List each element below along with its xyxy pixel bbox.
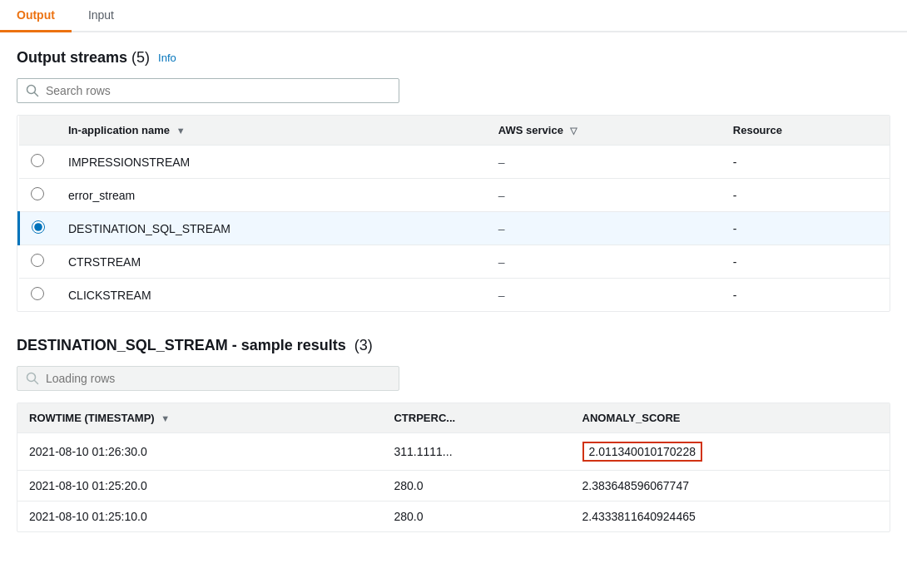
radio-cell[interactable] bbox=[19, 279, 57, 312]
aws-service-cell: – bbox=[487, 279, 721, 312]
tab-output[interactable]: Output bbox=[0, 0, 72, 32]
stream-name-cell: error_stream bbox=[57, 179, 487, 212]
radio-cell[interactable] bbox=[19, 245, 57, 279]
col-label: In-application name bbox=[68, 124, 170, 136]
stream-name-cell: CTRSTREAM bbox=[57, 245, 487, 279]
resource-cell: - bbox=[721, 279, 890, 312]
main-content: Output streams (5) Info In-application n… bbox=[0, 32, 907, 549]
resource-cell: - bbox=[721, 212, 890, 245]
ctrperc-cell: 280.0 bbox=[382, 502, 570, 532]
tab-input[interactable]: Input bbox=[72, 0, 131, 32]
stream-name-cell: IMPRESSIONSTREAM bbox=[57, 146, 487, 179]
aws-service-cell: – bbox=[487, 245, 721, 279]
table-row[interactable]: CTRSTREAM – - bbox=[19, 245, 890, 279]
col-label: ANOMALY_SCORE bbox=[582, 412, 681, 424]
sample-results-section: DESTINATION_SQL_STREAM - sample results … bbox=[17, 337, 890, 532]
anomaly-score-highlighted: 2.011340010170228 bbox=[582, 442, 702, 462]
table-row[interactable]: DESTINATION_SQL_STREAM – - bbox=[19, 212, 890, 245]
stream-name-cell: DESTINATION_SQL_STREAM bbox=[57, 212, 487, 245]
output-streams-title: Output streams bbox=[17, 49, 127, 67]
col-in-application-name[interactable]: In-application name ▼ bbox=[57, 116, 487, 146]
sample-title-text: DESTINATION_SQL_STREAM - sample results bbox=[17, 337, 346, 353]
resource-cell: - bbox=[721, 245, 890, 279]
col-rowtime[interactable]: ROWTIME (TIMESTAMP) ▼ bbox=[17, 403, 382, 433]
anomaly-score-cell: 2.383648596067747 bbox=[571, 471, 890, 502]
output-streams-table: In-application name ▼ AWS service ▽ Reso… bbox=[17, 116, 890, 311]
output-streams-tbody: IMPRESSIONSTREAM – - error_stream – - DE… bbox=[19, 146, 890, 312]
table-row: 2021-08-10 01:25:10.0 280.0 2.4333811640… bbox=[17, 502, 890, 532]
ctrperc-cell: 280.0 bbox=[382, 471, 570, 502]
info-link[interactable]: Info bbox=[158, 52, 176, 64]
anomaly-score-cell: 2.011340010170228 bbox=[571, 433, 890, 471]
resource-cell: - bbox=[721, 146, 890, 179]
stream-radio[interactable] bbox=[31, 254, 44, 267]
svg-line-3 bbox=[35, 381, 38, 384]
sample-results-header: DESTINATION_SQL_STREAM - sample results … bbox=[17, 337, 890, 354]
stream-radio[interactable] bbox=[31, 154, 44, 167]
stream-radio[interactable] bbox=[31, 187, 44, 200]
output-search-input[interactable] bbox=[46, 84, 390, 97]
anomaly-score-cell: 2.4333811640924465 bbox=[571, 502, 890, 532]
table-row: 2021-08-10 01:25:20.0 280.0 2.3836485960… bbox=[17, 471, 890, 502]
aws-service-cell: – bbox=[487, 146, 721, 179]
output-streams-table-wrapper: In-application name ▼ AWS service ▽ Reso… bbox=[17, 115, 890, 312]
output-search-bar[interactable] bbox=[17, 78, 399, 103]
col-resource: Resource bbox=[721, 116, 890, 146]
sample-search-bar bbox=[17, 366, 399, 391]
table-row[interactable]: error_stream – - bbox=[19, 179, 890, 212]
rowtime-cell: 2021-08-10 01:26:30.0 bbox=[17, 433, 382, 471]
tab-bar: Output Input bbox=[0, 0, 907, 32]
output-streams-header: Output streams (5) Info bbox=[17, 49, 890, 67]
col-ctrperc: CTRPERC... bbox=[382, 403, 570, 433]
stream-radio[interactable] bbox=[32, 220, 45, 234]
aws-service-cell: – bbox=[487, 212, 721, 245]
col-label: ROWTIME (TIMESTAMP) bbox=[29, 412, 155, 424]
sort-icon-aws: ▽ bbox=[570, 126, 577, 136]
svg-line-1 bbox=[35, 93, 38, 96]
sample-table-header-row: ROWTIME (TIMESTAMP) ▼ CTRPERC... ANOMALY… bbox=[17, 403, 890, 433]
ctrperc-cell: 311.1111... bbox=[382, 433, 570, 471]
radio-cell[interactable] bbox=[19, 179, 57, 212]
select-col-header bbox=[19, 116, 57, 146]
radio-cell[interactable] bbox=[19, 146, 57, 179]
rowtime-cell: 2021-08-10 01:25:10.0 bbox=[17, 502, 382, 532]
table-row[interactable]: IMPRESSIONSTREAM – - bbox=[19, 146, 890, 179]
output-streams-count: (5) bbox=[127, 49, 150, 67]
sort-icon-name: ▼ bbox=[176, 126, 186, 136]
sample-count: (3) bbox=[354, 337, 373, 353]
col-anomaly-score: ANOMALY_SCORE bbox=[571, 403, 890, 433]
col-label: CTRPERC... bbox=[394, 412, 455, 424]
resource-cell: - bbox=[721, 179, 890, 212]
sample-search-input bbox=[46, 372, 390, 385]
sample-results-title: DESTINATION_SQL_STREAM - sample results … bbox=[17, 337, 373, 354]
sample-results-table-wrapper: ROWTIME (TIMESTAMP) ▼ CTRPERC... ANOMALY… bbox=[17, 403, 890, 532]
output-table-header-row: In-application name ▼ AWS service ▽ Reso… bbox=[19, 116, 890, 146]
col-aws-service[interactable]: AWS service ▽ bbox=[487, 116, 721, 146]
search-icon-sample bbox=[26, 372, 39, 385]
sample-results-table: ROWTIME (TIMESTAMP) ▼ CTRPERC... ANOMALY… bbox=[17, 403, 890, 531]
table-row[interactable]: CLICKSTREAM – - bbox=[19, 279, 890, 312]
col-label: AWS service bbox=[498, 124, 563, 136]
sort-icon-rowtime: ▼ bbox=[161, 413, 170, 423]
search-icon bbox=[26, 84, 39, 97]
rowtime-cell: 2021-08-10 01:25:20.0 bbox=[17, 471, 382, 502]
radio-cell[interactable] bbox=[19, 212, 57, 245]
stream-name-cell: CLICKSTREAM bbox=[57, 279, 487, 312]
sample-results-tbody: 2021-08-10 01:26:30.0 311.1111... 2.0113… bbox=[17, 433, 890, 532]
aws-service-cell: – bbox=[487, 179, 721, 212]
table-row: 2021-08-10 01:26:30.0 311.1111... 2.0113… bbox=[17, 433, 890, 471]
col-label: Resource bbox=[733, 124, 782, 136]
stream-radio[interactable] bbox=[31, 287, 44, 300]
